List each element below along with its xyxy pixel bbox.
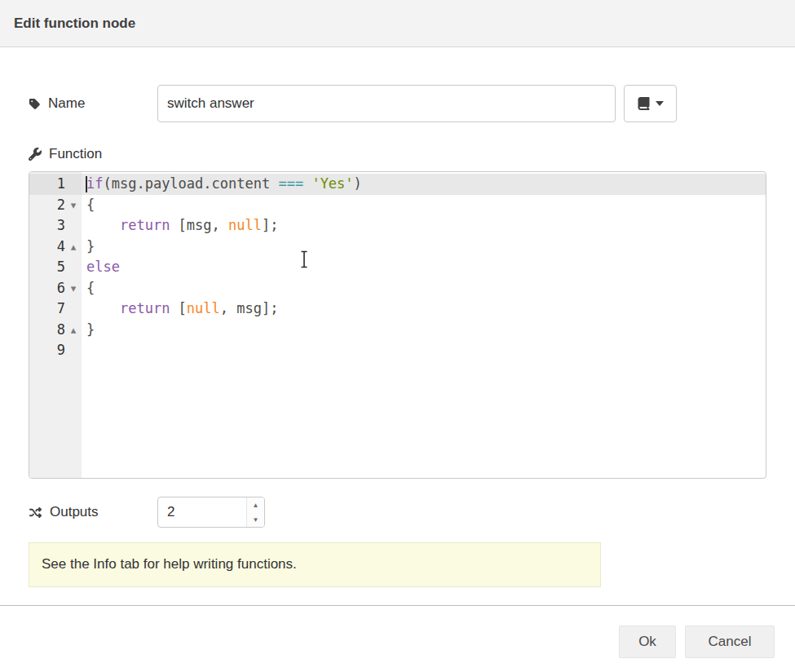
gutter-line-number: 2▾ <box>29 195 82 216</box>
name-label-text: Name <box>48 95 85 112</box>
code-line[interactable]: if(msg.payload.content === 'Yes') <box>82 174 766 195</box>
name-row: Name <box>29 85 766 122</box>
editor-code[interactable]: if(msg.payload.content === 'Yes'){ retur… <box>82 172 766 478</box>
edit-function-node-dialog: Edit function node Name Fun <box>0 0 795 658</box>
wrench-icon <box>29 148 42 161</box>
code-line[interactable]: return [null, msg]; <box>82 298 766 320</box>
spinner-down-button[interactable]: ▼ <box>247 512 264 527</box>
tag-icon <box>29 98 41 110</box>
code-line[interactable] <box>82 340 766 361</box>
outputs-label-text: Outputs <box>50 504 99 520</box>
spinner-buttons: ▲ ▼ <box>246 497 264 527</box>
gutter-line-number: 4▴ <box>29 237 82 258</box>
outputs-input[interactable] <box>158 497 246 527</box>
caret-down-icon: ▼ <box>253 516 259 524</box>
code-line[interactable]: } <box>82 237 766 258</box>
gutter-line-number: 1 <box>29 174 82 195</box>
code-line[interactable]: else <box>82 257 766 278</box>
function-label: Function <box>29 146 766 162</box>
gutter-line-number: 8▴ <box>29 320 82 341</box>
code-line[interactable]: } <box>82 320 766 341</box>
fold-close-icon[interactable]: ▴ <box>68 237 79 258</box>
gutter-line-number: 3 <box>29 215 82 237</box>
outputs-row: Outputs ▲ ▼ <box>29 497 766 528</box>
caret-up-icon: ▲ <box>253 502 259 509</box>
spinner-up-button[interactable]: ▲ <box>247 497 264 512</box>
shuffle-icon <box>29 506 42 519</box>
function-code-editor[interactable]: 12▾34▴56▾78▴9 if(msg.payload.content ===… <box>29 171 766 479</box>
fold-open-icon[interactable]: ▾ <box>68 278 79 299</box>
book-icon <box>638 97 650 110</box>
gutter-line-number: 7 <box>29 298 82 320</box>
function-label-text: Function <box>49 146 102 162</box>
name-input[interactable] <box>157 85 616 122</box>
code-line[interactable]: return [msg, null]; <box>82 215 766 237</box>
fold-close-icon[interactable]: ▴ <box>68 320 79 341</box>
caret-down-icon <box>656 101 664 106</box>
editor-gutter: 12▾34▴56▾78▴9 <box>29 172 82 478</box>
outputs-spinner: ▲ ▼ <box>157 497 265 528</box>
gutter-line-number: 6▾ <box>29 278 82 299</box>
outputs-label: Outputs <box>29 504 157 520</box>
gutter-line-number: 9 <box>29 340 82 361</box>
dialog-footer: Ok Cancel <box>0 605 795 658</box>
dialog-header: Edit function node <box>0 0 795 47</box>
cancel-button[interactable]: Cancel <box>685 626 775 658</box>
text-caret <box>86 176 87 192</box>
fold-open-icon[interactable]: ▾ <box>68 195 79 216</box>
name-label: Name <box>29 95 157 112</box>
gutter-line-number: 5 <box>29 257 82 278</box>
ok-button[interactable]: Ok <box>619 626 676 658</box>
code-line[interactable]: { <box>82 278 766 299</box>
library-button[interactable] <box>624 85 677 122</box>
dialog-title: Edit function node <box>14 15 135 32</box>
info-tip: See the Info tab for help writing functi… <box>29 542 601 587</box>
code-line[interactable]: { <box>82 195 766 216</box>
